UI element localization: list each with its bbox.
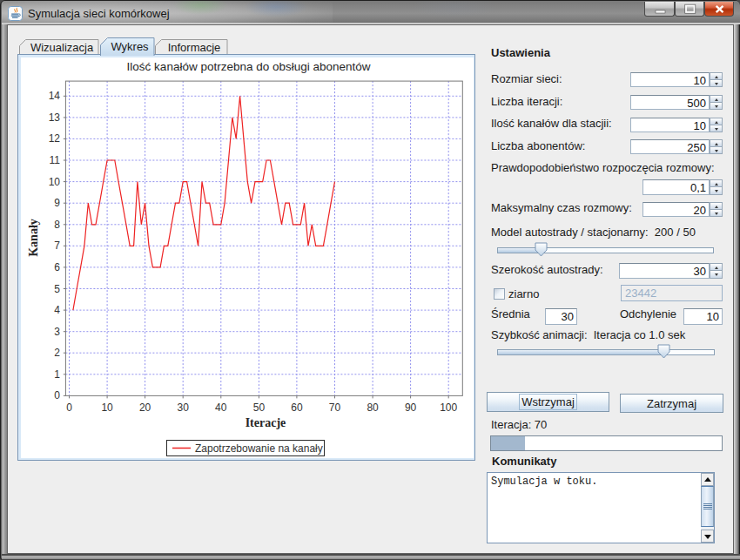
svg-text:13: 13: [49, 111, 61, 124]
svg-text:Zapotrzebowanie na kanały: Zapotrzebowanie na kanały: [195, 442, 323, 455]
svg-text:12: 12: [49, 132, 61, 145]
svg-text:Informacje: Informacje: [168, 41, 221, 54]
svg-text:60: 60: [291, 401, 303, 414]
svg-text:50: 50: [253, 401, 266, 414]
svg-text:30: 30: [178, 401, 190, 414]
svg-text:0: 0: [54, 389, 60, 401]
svg-text:9: 9: [54, 197, 60, 209]
svg-text:Kanały: Kanały: [27, 219, 40, 257]
svg-text:6: 6: [54, 261, 60, 273]
svg-text:80: 80: [367, 401, 379, 414]
svg-text:Iteracje: Iteracje: [246, 416, 286, 429]
svg-text:11: 11: [50, 154, 61, 166]
svg-text:Wizualizacja: Wizualizacja: [30, 41, 94, 54]
svg-text:4: 4: [54, 304, 60, 316]
svg-text:Ilość kanałów potrzebna do obs: Ilość kanałów potrzebna do obsługi abone…: [127, 60, 371, 73]
svg-text:8: 8: [54, 219, 60, 231]
svg-text:70: 70: [329, 401, 341, 414]
svg-text:40: 40: [215, 401, 227, 414]
svg-text:3: 3: [54, 326, 60, 338]
svg-text:0: 0: [66, 401, 72, 414]
svg-text:2: 2: [54, 347, 60, 359]
svg-text:90: 90: [405, 401, 417, 414]
svg-text:Wykres: Wykres: [111, 40, 149, 53]
svg-text:100: 100: [440, 401, 457, 414]
svg-text:1: 1: [54, 368, 60, 381]
svg-text:20: 20: [139, 401, 151, 414]
svg-text:14: 14: [49, 90, 61, 102]
svg-text:10: 10: [101, 401, 113, 414]
svg-text:5: 5: [54, 283, 60, 295]
svg-text:7: 7: [54, 240, 60, 252]
svg-text:10: 10: [49, 176, 61, 188]
